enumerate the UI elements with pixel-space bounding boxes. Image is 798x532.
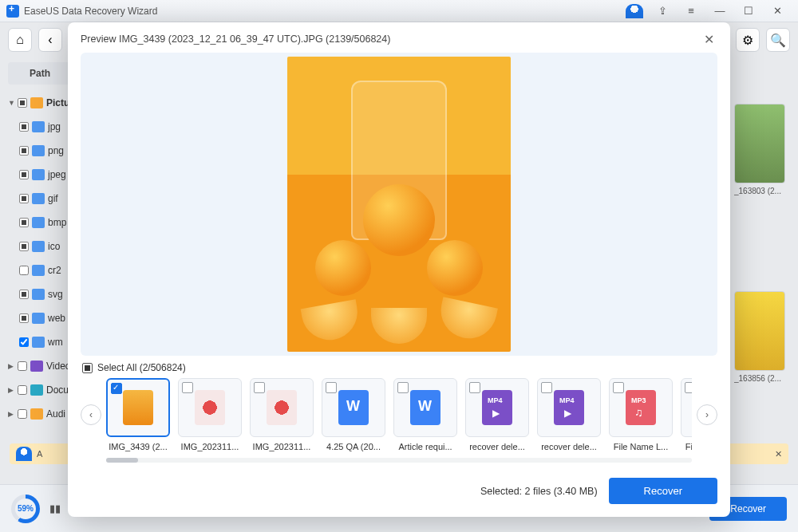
thumb-item[interactable]: 4.25 QA (20... bbox=[322, 378, 385, 451]
thumb-checkbox[interactable] bbox=[685, 382, 692, 393]
modal-overlay: Preview IMG_3439 (2023_12_21 06_39_47 UT… bbox=[0, 22, 798, 532]
thumb-item[interactable]: IMG_3439 (2... bbox=[106, 378, 170, 451]
menu-icon[interactable]: ≡ bbox=[684, 4, 698, 18]
preview-title: Preview IMG_3439 (2023_12_21 06_39_47 UT… bbox=[81, 33, 390, 45]
thumb-item[interactable]: IMG_202311... bbox=[250, 378, 314, 451]
thumb-checkbox[interactable] bbox=[469, 382, 480, 393]
close-icon[interactable]: ✕ bbox=[701, 30, 717, 49]
preview-image bbox=[287, 57, 511, 352]
scrollbar-handle[interactable] bbox=[106, 458, 138, 463]
prev-button[interactable]: ‹ bbox=[81, 404, 101, 425]
thumb-checkbox[interactable] bbox=[182, 382, 193, 393]
thumb-item[interactable]: File Name L... bbox=[681, 378, 692, 451]
preview-modal: Preview IMG_3439 (2023_12_21 06_39_47 UT… bbox=[68, 22, 730, 517]
mascot-icon bbox=[626, 4, 643, 18]
app-icon bbox=[6, 5, 19, 18]
thumb-item[interactable]: IMG_202311... bbox=[178, 378, 242, 451]
thumb-item[interactable]: Article requi... bbox=[393, 378, 457, 451]
thumb-checkbox[interactable] bbox=[613, 382, 624, 393]
thumb-item[interactable]: File Name L... bbox=[609, 378, 673, 451]
thumb-checkbox[interactable] bbox=[254, 382, 265, 393]
select-all-checkbox[interactable] bbox=[82, 363, 93, 373]
thumb-checkbox[interactable] bbox=[397, 382, 409, 393]
titlebar: EaseUS Data Recovery Wizard ⇪ ≡ — ☐ ✕ bbox=[0, 0, 798, 22]
share-icon[interactable]: ⇪ bbox=[655, 4, 670, 18]
recover-button[interactable]: Recover bbox=[609, 478, 717, 504]
select-all-label: Select All (2/506824) bbox=[97, 362, 186, 373]
thumb-item[interactable]: recover dele... bbox=[465, 378, 529, 451]
preview-area bbox=[81, 53, 717, 356]
next-button[interactable]: › bbox=[697, 404, 717, 425]
thumb-scrollbar[interactable] bbox=[106, 458, 692, 463]
select-all-row[interactable]: Select All (2/506824) bbox=[82, 362, 716, 373]
close-window-icon[interactable]: ✕ bbox=[770, 4, 784, 18]
thumb-item[interactable]: recover dele... bbox=[537, 378, 601, 451]
thumbnail-strip: ‹ IMG_3439 (2... IMG_202311... IMG_20231… bbox=[81, 378, 717, 451]
thumb-checkbox[interactable] bbox=[326, 382, 337, 393]
maximize-icon[interactable]: ☐ bbox=[741, 4, 756, 18]
minimize-icon[interactable]: — bbox=[713, 4, 727, 18]
thumb-checkbox[interactable] bbox=[111, 383, 122, 394]
thumb-checkbox[interactable] bbox=[541, 382, 552, 393]
app-title: EaseUS Data Recovery Wizard bbox=[24, 6, 157, 17]
selected-text: Selected: 2 files (3.40 MB) bbox=[480, 486, 598, 497]
